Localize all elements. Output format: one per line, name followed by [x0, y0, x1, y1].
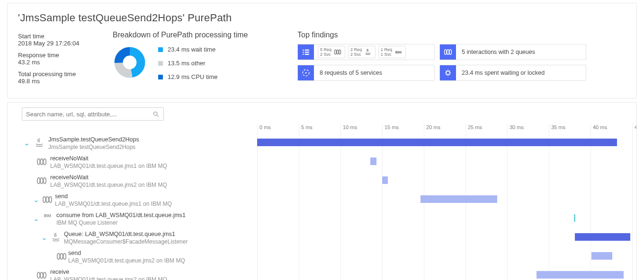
node-title: receive: [50, 268, 167, 276]
legend-cpu: 12.9 ms CPU time: [158, 73, 217, 80]
finding-waiting[interactable]: 23.4 ms spent waiting or locked: [439, 65, 586, 81]
tree-timeline-panel: 0 ms5 ms10 ms15 ms20 ms25 ms30 ms35 ms40…: [7, 102, 637, 280]
chevron-down-icon[interactable]: ⌄: [33, 216, 39, 222]
node-title: Queue: LAB_WSMQ01/dt.test.queue.jms1: [64, 230, 188, 238]
chevron-down-icon[interactable]: ⌄: [41, 235, 47, 241]
timing-bar: [370, 158, 376, 165]
timing-bar: [575, 233, 631, 241]
finding-mini-tiles: 5 Req2 Svc2 Req2 Svc1 Req1 SvcIBM: [314, 44, 410, 60]
start-time-value: 2018 May 29 17:26:04: [18, 40, 98, 47]
total-proc-value: 49.8 ms: [18, 78, 98, 85]
response-time-label: Response time: [18, 52, 98, 59]
queue-icon: [36, 157, 47, 167]
finding-queues-text: 5 interactions with 2 queues: [456, 44, 541, 60]
legend-wait: 23.4 ms wait time: [158, 46, 217, 53]
tree-row[interactable]: ⌄Queue: LAB_WSMQ01/dt.test.queue.jms1MQM…: [8, 229, 636, 248]
mini-tile: 2 Req2 Svc: [348, 46, 376, 58]
services-icon: [298, 65, 314, 80]
legend-other: 13.5 ms other: [158, 60, 217, 67]
finding-queues[interactable]: 5 interactions with 2 queues: [439, 44, 586, 60]
queue-icon: [440, 44, 456, 60]
breakdown-donut: [113, 45, 147, 79]
mini-tile: 1 Req1 SvcIBM: [378, 46, 406, 58]
node-subtitle: MQMessageConsumer$FacadeMessageListener: [64, 238, 188, 245]
timing-bar: [574, 214, 576, 222]
queue-icon: [56, 251, 67, 262]
node-title: receiveNoWait: [50, 155, 167, 162]
tree-row[interactable]: ⌄IBMconsume from LAB_WSMQ01/dt.test.queu…: [8, 210, 636, 229]
queue-icon: [42, 194, 53, 205]
finding-top-services[interactable]: 5 Req2 Svc2 Req2 Svc1 Req1 SvcIBM: [297, 44, 435, 60]
timing-bar: [420, 195, 497, 203]
node-subtitle: LAB_WSMQ01/dt.test.queue.jms1 on IBM MQ: [50, 162, 167, 170]
breakdown-column: Breakdown of PurePath processing time 23…: [113, 31, 283, 88]
breakdown-title: Breakdown of PurePath processing time: [113, 31, 283, 39]
timing-bar: [382, 176, 388, 184]
node-subtitle: JmsSample testQueueSend2Hops: [48, 143, 139, 151]
queue-icon: [36, 175, 47, 186]
node-title: JmsSample.testQueueSend2Hops: [48, 136, 139, 143]
java-icon: [50, 232, 62, 243]
finding-waiting-text: 23.4 ms spent waiting or locked: [456, 65, 550, 80]
bug-icon: [440, 65, 456, 80]
search-input[interactable]: [26, 111, 152, 118]
timing-bar: [257, 139, 617, 146]
ibm-icon: IBM: [42, 213, 53, 218]
node-title: send: [55, 192, 172, 200]
tree-row[interactable]: receiveNoWaitLAB_WSMQ01/dt.test.queue.jm…: [8, 154, 636, 173]
node-title: receiveNoWait: [50, 174, 167, 181]
java-icon: [34, 138, 45, 148]
finding-requests[interactable]: 8 requests of 5 services: [297, 65, 435, 81]
node-subtitle: IBM MQ Queue Listener: [56, 219, 186, 227]
node-subtitle: LAB_WSMQ01/dt.test.queue.jms2 on IBM MQ: [50, 276, 167, 280]
search-box[interactable]: [22, 107, 164, 121]
node-subtitle: LAB_WSMQ01/dt.test.queue.jms2 on IBM MQ: [68, 257, 185, 264]
total-proc-label: Total processing time: [18, 70, 98, 78]
mini-tile: 5 Req2 Svc: [318, 46, 345, 58]
findings-column: Top findings 5 Req2 Svc2 Req2 Svc1 Req1 …: [297, 31, 626, 88]
tree-row[interactable]: ⌄JmsSample.testQueueSend2HopsJmsSample t…: [8, 135, 636, 154]
node-subtitle: LAB_WSMQ01/dt.test.queue.jms2 on IBM MQ: [50, 181, 167, 189]
node-title: send: [68, 249, 185, 257]
page-title: 'JmsSample testQueueSend2Hops' PurePath: [18, 12, 626, 24]
tree-row[interactable]: receiveLAB_WSMQ01/dt.test.queue.jms2 on …: [8, 267, 636, 280]
tree-rows: ⌄JmsSample.testQueueSend2HopsJmsSample t…: [8, 123, 636, 280]
list-icon: [298, 44, 314, 60]
chevron-down-icon[interactable]: ⌄: [33, 197, 39, 203]
timing-bar: [591, 252, 612, 260]
tree-row[interactable]: ⌄sendLAB_WSMQ01/dt.test.queue.jms1 on IB…: [8, 192, 636, 210]
start-time-label: Start time: [18, 33, 98, 40]
tree-row[interactable]: sendLAB_WSMQ01/dt.test.queue.jms2 on IBM…: [8, 248, 636, 267]
response-time-value: 43.2 ms: [18, 59, 98, 66]
queue-icon: [36, 270, 47, 280]
node-subtitle: LAB_WSMQ01/dt.test.queue.jms1 on IBM MQ: [55, 200, 172, 208]
timing-bar: [537, 271, 624, 279]
node-title: consume from LAB_WSMQ01/dt.test.queue.jm…: [56, 211, 186, 219]
findings-title: Top findings: [297, 31, 626, 39]
finding-requests-text: 8 requests of 5 services: [314, 65, 388, 80]
stats-column: Start time 2018 May 29 17:26:04 Response…: [18, 31, 98, 88]
breakdown-legend: 23.4 ms wait time 13.5 ms other 12.9 ms …: [158, 46, 217, 80]
tree-row[interactable]: receiveNoWaitLAB_WSMQ01/dt.test.queue.jm…: [8, 173, 636, 192]
summary-card: 'JmsSample testQueueSend2Hops' PurePath …: [7, 3, 637, 98]
chevron-down-icon[interactable]: ⌄: [24, 140, 30, 147]
search-icon: [152, 111, 160, 118]
